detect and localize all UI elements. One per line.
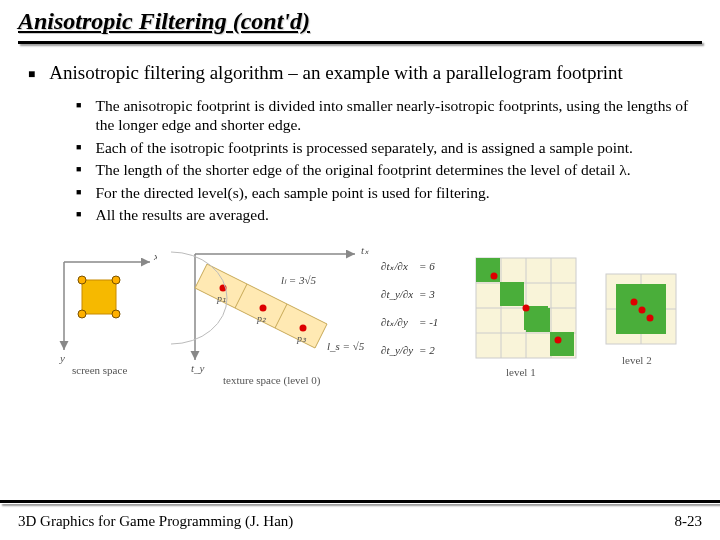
- p1-label: p₁: [216, 293, 226, 304]
- axis-tx-label: tₓ: [361, 244, 370, 256]
- square-bullet-icon: ■: [76, 205, 81, 224]
- square-bullet-icon: ■: [76, 138, 81, 157]
- bullet-text: The length of the shorter edge of the or…: [95, 160, 630, 179]
- caption: screen space: [72, 364, 127, 376]
- dtx-dx-lhs: ∂tₓ/∂x: [381, 260, 408, 272]
- svg-text:∂tₓ/∂x: ∂tₓ/∂x: [381, 260, 408, 272]
- slide-content: ■ Anisotropic filtering algorithm – an e…: [18, 44, 702, 390]
- square-bullet-icon: ■: [76, 96, 81, 135]
- square-bullet-icon: ■: [76, 160, 81, 179]
- bullet-lvl2: ■All the results are averaged.: [76, 205, 692, 224]
- svg-point-4: [112, 276, 120, 284]
- figure-screen-space: x y screen space: [42, 240, 157, 380]
- figure-mip-levels: level 1 level 2: [472, 240, 692, 390]
- dty-dy-lhs: ∂t_y/∂y: [381, 344, 413, 356]
- caption: texture space (level 0): [223, 374, 321, 387]
- svg-text:= 6: = 6: [419, 260, 435, 272]
- p3-label: p₃: [296, 333, 307, 344]
- level2-label: level 2: [622, 354, 652, 366]
- level1-label: level 1: [506, 366, 536, 378]
- footer-rule: [0, 500, 720, 504]
- svg-text:∂t_y/∂x: ∂t_y/∂x: [381, 288, 413, 300]
- slide-title: Anisotropic Filtering (cont'd): [18, 8, 702, 39]
- svg-rect-35: [526, 308, 550, 332]
- dtx-dx-rhs: = 6: [419, 260, 435, 272]
- axis-y-label: y: [59, 352, 65, 364]
- bullet-text: Anisotropic filtering algorithm – an exa…: [49, 62, 623, 86]
- axis-ty-label: t_y: [191, 362, 205, 374]
- dtx-dy-rhs: = -1: [419, 316, 438, 328]
- svg-point-5: [78, 310, 86, 318]
- svg-text:= 2: = 2: [419, 344, 435, 356]
- bullet-lvl2: ■The length of the shorter edge of the o…: [76, 160, 692, 179]
- svg-point-44: [630, 299, 637, 306]
- svg-point-38: [522, 305, 529, 312]
- svg-point-14: [299, 325, 306, 332]
- short-edge-label: l_s = √5: [327, 340, 365, 352]
- svg-rect-33: [500, 282, 524, 306]
- axis-x-label: x: [153, 250, 157, 262]
- dtx-dy-lhs: ∂tₓ/∂y: [381, 316, 408, 328]
- bullet-lvl1: ■ Anisotropic filtering algorithm – an e…: [28, 62, 692, 86]
- footer-left: 3D Graphics for Game Programming (J. Han…: [18, 513, 293, 530]
- footer-right: 8-23: [675, 513, 703, 530]
- p2-label: p₂: [256, 313, 267, 324]
- svg-text:= -1: = -1: [419, 316, 438, 328]
- svg-text:∂t_y/∂y: ∂t_y/∂y: [381, 344, 413, 356]
- bullet-text: All the results are averaged.: [95, 205, 268, 224]
- svg-rect-2: [82, 280, 116, 314]
- bullet-text: The anisotropic footprint is divided int…: [95, 96, 692, 135]
- svg-point-39: [554, 337, 561, 344]
- dty-dx-lhs: ∂t_y/∂x: [381, 288, 413, 300]
- svg-point-6: [112, 310, 120, 318]
- figure: x y screen space tₓ t_y: [42, 240, 692, 390]
- bullet-lvl2: ■Each of the isotropic footprints is pro…: [76, 138, 692, 157]
- dty-dx-rhs: = 3: [419, 288, 435, 300]
- bullet-text: Each of the isotropic footprints is proc…: [95, 138, 632, 157]
- square-bullet-icon: ■: [76, 183, 81, 202]
- bullet-lvl2: ■For the directed level(s), each sample …: [76, 183, 692, 202]
- bullet-text: For the directed level(s), each sample p…: [95, 183, 489, 202]
- svg-text:= 3: = 3: [419, 288, 435, 300]
- bullet-lvl2: ■The anisotropic footprint is divided in…: [76, 96, 692, 135]
- svg-point-45: [638, 307, 645, 314]
- dty-dy-rhs: = 2: [419, 344, 435, 356]
- svg-point-3: [78, 276, 86, 284]
- svg-text:∂tₓ/∂y: ∂tₓ/∂y: [381, 316, 408, 328]
- square-bullet-icon: ■: [28, 62, 35, 86]
- svg-rect-36: [550, 332, 574, 356]
- svg-point-13: [259, 305, 266, 312]
- svg-point-37: [490, 273, 497, 280]
- long-edge-label: lₗ = 3√5: [281, 274, 317, 286]
- figure-texture-space: tₓ t_y p₁ p₂ p₃ lₗ = 3√5 l_s = √5 textur…: [171, 240, 458, 390]
- svg-point-46: [646, 315, 653, 322]
